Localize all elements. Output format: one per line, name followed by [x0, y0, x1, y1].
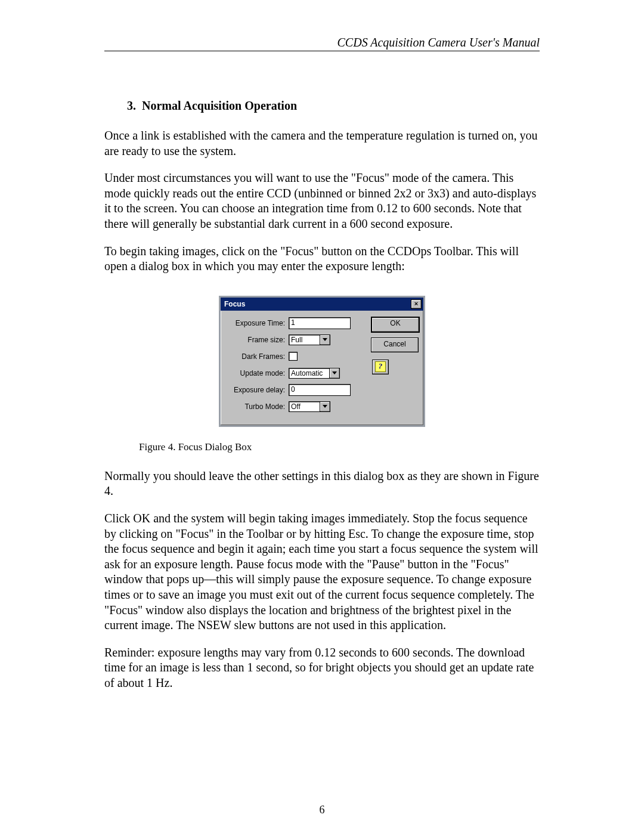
paragraph: Click OK and the system will begin takin… [104, 511, 540, 633]
exposure-time-label: Exposure Time: [227, 319, 289, 327]
update-mode-select[interactable]: Automatic [289, 368, 329, 379]
chevron-down-icon[interactable] [320, 401, 330, 412]
help-button[interactable]: ? [372, 360, 389, 374]
paragraph: Once a link is established with the came… [104, 128, 540, 159]
section-number: 3. [127, 99, 136, 112]
dialog-title: Focus [224, 300, 245, 308]
help-icon: ? [375, 361, 386, 372]
focus-dialog: Focus × Exposure Time: 1 Frame size: Ful… [219, 296, 425, 427]
turbo-mode-label: Turbo Mode: [227, 402, 289, 411]
frame-size-select[interactable]: Full [289, 335, 320, 345]
figure-wrap: Focus × Exposure Time: 1 Frame size: Ful… [104, 296, 540, 427]
dialog-titlebar[interactable]: Focus × [221, 298, 423, 311]
paragraph: Under most circumstances you will want t… [104, 171, 540, 231]
page-number: 6 [0, 804, 644, 816]
figure-caption: Figure 4. Focus Dialog Box [139, 441, 540, 453]
chevron-down-icon[interactable] [329, 368, 340, 379]
close-icon[interactable]: × [411, 299, 422, 309]
exposure-delay-input[interactable]: 0 [289, 384, 351, 396]
dark-frames-label: Dark Frames: [227, 352, 289, 361]
chevron-down-icon[interactable] [320, 335, 330, 345]
exposure-delay-label: Exposure delay: [227, 386, 289, 394]
section-heading: 3. Normal Acquisition Operation [127, 99, 540, 113]
update-mode-label: Update mode: [227, 369, 289, 377]
turbo-mode-select[interactable]: Off [289, 401, 320, 412]
section-title: Normal Acquisition Operation [142, 99, 297, 112]
frame-size-label: Frame size: [227, 336, 289, 344]
page-header: CCDS Acquisition Camera User's Manual [104, 36, 540, 51]
paragraph: To begin taking images, click on the "Fo… [104, 244, 540, 274]
cancel-button[interactable]: Cancel [371, 337, 419, 352]
paragraph: Reminder: exposure lengths may vary from… [104, 645, 540, 691]
ok-button[interactable]: OK [371, 317, 420, 333]
paragraph: Normally you should leave the other sett… [104, 469, 540, 499]
exposure-time-input[interactable]: 1 [289, 317, 351, 329]
dark-frames-checkbox[interactable] [289, 352, 298, 361]
